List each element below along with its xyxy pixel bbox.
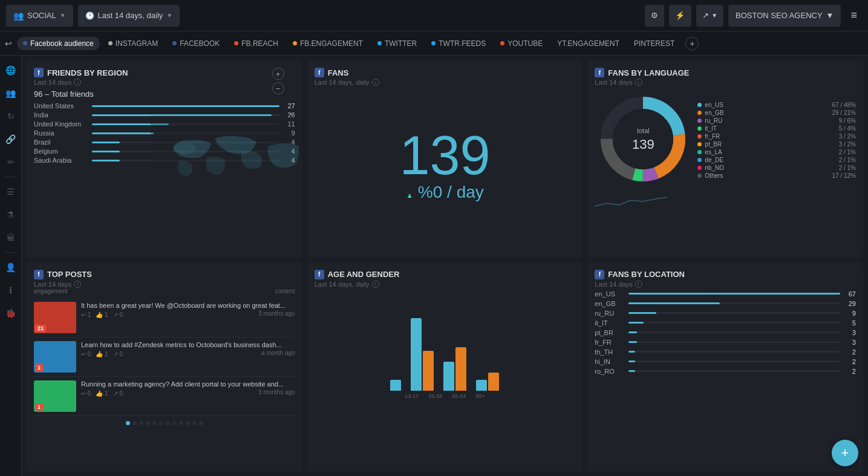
location-name: it_IT <box>595 319 625 327</box>
lang-row: fr_FR 3 / 2% <box>697 133 856 140</box>
tab-dot-youtube <box>500 41 504 45</box>
tab-dot-facebook-audience <box>23 41 27 45</box>
sidebar-icon-link[interactable]: 🔗 <box>1 129 21 149</box>
sidebar-icon-edit[interactable]: ✏ <box>1 152 21 172</box>
friends-region-info-icon[interactable]: i <box>74 79 81 86</box>
sidebar-icon-user[interactable]: 👤 <box>1 258 21 277</box>
sidebar-icon-flask[interactable]: ⚗ <box>1 205 21 224</box>
back-arrow-icon[interactable]: ↩ <box>5 39 12 48</box>
fans-info-icon[interactable]: i <box>372 79 379 86</box>
tab-pinterest[interactable]: PINTEREST <box>628 37 680 50</box>
lang-values: 17 / 12% <box>832 172 856 179</box>
post-dot[interactable] <box>146 421 150 425</box>
lang-name: es_LA <box>705 149 729 155</box>
tab-twitter[interactable]: TWITTER <box>371 37 423 50</box>
post-dot[interactable] <box>192 421 197 425</box>
post-dot[interactable] <box>132 421 137 425</box>
card-age-gender: f AGE AND GENDER Last 14 days, daily i 1… <box>307 262 583 472</box>
agency-dropdown[interactable]: BOSTON SEO AGENCY ▼ <box>728 5 841 27</box>
lang-values: 67 / 48% <box>832 102 856 108</box>
fans-language-container: total 139 en_US 67 / 48% en_GB 29 / 21% … <box>595 91 856 189</box>
lang-values: 3 / 2% <box>839 141 856 148</box>
settings-icon-btn[interactable]: ⚙ <box>645 5 664 27</box>
sidebar-icon-list[interactable]: ☰ <box>1 182 21 201</box>
share-btn[interactable]: ↗ ▼ <box>696 5 723 27</box>
location-bar-wrap <box>628 341 840 343</box>
location-value: 2 <box>844 368 856 375</box>
social-dropdown[interactable]: 👥 SOCIAL ▼ <box>6 5 73 27</box>
fb-icon-fans-lang: f <box>595 68 604 77</box>
post-dot[interactable] <box>186 421 190 425</box>
sidebar-icon-globe[interactable]: 🌐 <box>1 60 21 80</box>
location-name: th_TH <box>595 348 625 356</box>
location-row: ro_RO 2 <box>595 368 856 375</box>
tab-youtube[interactable]: YOUTUBE <box>494 37 549 50</box>
location-bar-wrap <box>628 322 840 324</box>
location-bar <box>628 351 635 353</box>
post-shares: ↗ 0 <box>113 311 123 318</box>
location-row: hi_IN 2 <box>595 358 856 365</box>
location-value: 67 <box>844 290 856 298</box>
fans-language-info-icon[interactable]: i <box>635 79 642 86</box>
clock-icon: 🕐 <box>85 11 94 20</box>
lang-dot <box>697 134 702 139</box>
tab-fb-engagement[interactable]: FB.ENGAGEMENT <box>287 37 369 50</box>
post-dot[interactable] <box>159 421 163 425</box>
tab-instagram[interactable]: INSTAGRAM <box>102 37 164 50</box>
age-bar-male <box>411 318 422 391</box>
post-dot[interactable] <box>139 421 143 425</box>
sidebar-icon-info[interactable]: ℹ <box>1 281 21 300</box>
post-dot[interactable] <box>166 421 170 425</box>
lang-dot <box>697 174 702 178</box>
post-stats: ↩ 0 👍 1 ↗ 0 <box>81 390 123 397</box>
lang-values: 2 / 1% <box>839 149 856 155</box>
sidebar-icon-refresh[interactable]: ↻ <box>1 106 21 126</box>
lang-dot <box>697 111 702 115</box>
location-bar-wrap <box>628 302 840 304</box>
lang-row: nb_NO 2 / 1% <box>697 165 856 171</box>
post-dot[interactable] <box>152 421 157 425</box>
post-thumbnail: 1 <box>34 380 76 412</box>
sidebar-icon-bug[interactable]: 🐞 <box>1 304 21 323</box>
tab-yt-engagement[interactable]: YT.ENGAGEMENT <box>551 37 625 50</box>
sidebar: 🌐 👥 ↻ 🔗 ✏ ☰ ⚗ 🏛 👤 ℹ 🐞 <box>0 56 22 476</box>
sidebar-divider-1 <box>5 177 17 177</box>
post-dot[interactable] <box>126 421 130 425</box>
tab-facebook-audience[interactable]: Facebook audience <box>17 37 100 50</box>
date-dropdown[interactable]: 🕐 Last 14 days, daily ▼ <box>78 5 180 27</box>
add-tab-btn[interactable]: + <box>685 37 699 50</box>
share-icon: ↗ <box>702 11 709 20</box>
tabbar: ↩ Facebook audience INSTAGRAM FACEBOOK F… <box>0 31 868 56</box>
post-dot[interactable] <box>199 421 203 425</box>
lang-dot <box>697 126 702 131</box>
region-name: United States <box>34 102 88 109</box>
tab-label-facebook: FACEBOOK <box>180 39 220 48</box>
top-posts-info-icon[interactable]: i <box>74 281 81 288</box>
menu-btn[interactable]: ≡ <box>846 7 862 24</box>
lang-row: de_DE 2 / 1% <box>697 157 856 163</box>
fab-add-btn[interactable]: + <box>832 440 858 466</box>
post-dot[interactable] <box>179 421 183 425</box>
sidebar-icon-building[interactable]: 🏛 <box>1 228 21 247</box>
post-dot[interactable] <box>172 421 177 425</box>
post-thumb-number: 21 <box>35 325 46 332</box>
lang-row: ru_RU 9 / 6% <box>697 117 856 124</box>
fans-day-label: %0 / day <box>418 183 484 201</box>
tab-twtr-feeds[interactable]: TWTR.FEEDS <box>425 37 492 50</box>
tab-facebook[interactable]: FACEBOOK <box>166 37 226 50</box>
post-text: It has been a great year! We @Octoboard … <box>81 302 295 309</box>
age-gender-info-icon[interactable]: i <box>372 281 379 288</box>
sidebar-icon-users[interactable]: 👥 <box>1 83 21 103</box>
location-row: en_US 67 <box>595 290 856 298</box>
age-bar-female <box>488 373 499 391</box>
age-bar-group <box>443 294 466 391</box>
tab-label-fb-engagement: FB.ENGAGEMENT <box>300 39 363 48</box>
location-row: pt_BR 3 <box>595 329 856 336</box>
location-name: hi_IN <box>595 358 625 365</box>
lightning-icon-btn[interactable]: ⚡ <box>669 5 691 27</box>
add-region-btn[interactable]: + <box>272 68 284 80</box>
tab-fb-reach[interactable]: FB.REACH <box>228 37 284 50</box>
fans-location-info-icon[interactable]: i <box>635 281 642 288</box>
post-likes: 👍 1 <box>96 311 108 318</box>
post-time: a month ago <box>261 350 295 356</box>
